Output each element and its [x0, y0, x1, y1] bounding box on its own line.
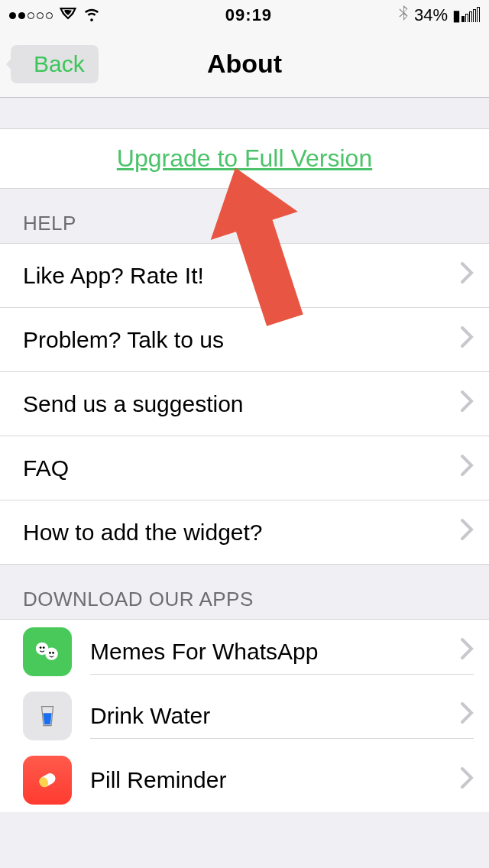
cell-label: Pill Reminder [90, 767, 452, 793]
chevron-right-icon [460, 325, 474, 355]
svg-point-4 [49, 652, 51, 654]
apps-list: Memes For WhatsApp Drink Water Pill Remi… [0, 619, 489, 812]
help-item-rate[interactable]: Like App? Rate It! [0, 244, 489, 308]
help-list: Like App? Rate It! Problem? Talk to us S… [0, 243, 489, 565]
status-time: 09:19 [225, 5, 272, 25]
help-item-problem[interactable]: Problem? Talk to us [0, 308, 489, 372]
cell-label: FAQ [23, 455, 452, 481]
chevron-right-icon [460, 766, 474, 795]
app-item-memes[interactable]: Memes For WhatsApp [0, 620, 489, 684]
cell-label: Memes For WhatsApp [90, 639, 452, 665]
svg-point-3 [43, 646, 45, 649]
cell-label: How to add the widget? [23, 520, 452, 546]
help-item-faq[interactable]: FAQ [0, 436, 489, 500]
back-button-label: Back [34, 51, 85, 76]
chevron-right-icon [460, 701, 474, 730]
svg-point-5 [52, 652, 54, 654]
nav-bar: Back About [0, 31, 489, 98]
wifi-icon [83, 5, 100, 26]
status-bar: 09:19 34% ▮ [0, 0, 489, 31]
cell-label: Like App? Rate It! [23, 263, 452, 289]
chevron-right-icon [460, 453, 474, 483]
bluetooth-icon [397, 5, 410, 26]
chevron-right-icon [460, 389, 474, 419]
status-right: 34% ▮ [397, 5, 480, 26]
signal-dots-icon [9, 12, 53, 19]
battery-percent: 34% [414, 5, 448, 25]
cell-label: Send us a suggestion [23, 391, 452, 417]
svg-point-1 [45, 648, 58, 661]
status-left [9, 2, 100, 28]
chevron-right-icon [460, 636, 474, 666]
upgrade-cell[interactable]: Upgrade to Full Version [0, 128, 489, 189]
help-item-suggestion[interactable]: Send us a suggestion [0, 372, 489, 436]
svg-point-2 [40, 646, 42, 649]
water-icon [23, 691, 72, 740]
battery-icon: ▮ [452, 6, 480, 24]
cell-label: Drink Water [90, 703, 452, 729]
memes-icon [23, 627, 72, 676]
back-button[interactable]: Back [11, 45, 99, 83]
carrier-icon [57, 2, 79, 28]
help-item-widget[interactable]: How to add the widget? [0, 500, 489, 564]
cell-label: Problem? Talk to us [23, 327, 452, 353]
app-item-water[interactable]: Drink Water [0, 684, 489, 748]
chevron-right-icon [460, 517, 474, 547]
upgrade-link[interactable]: Upgrade to Full Version [117, 144, 372, 172]
section-header-apps: DOWNLOAD OUR APPS [0, 565, 489, 619]
page-title: About [207, 49, 282, 79]
app-item-pill[interactable]: Pill Reminder [0, 748, 489, 812]
chevron-right-icon [460, 261, 474, 290]
pill-icon [23, 756, 72, 805]
section-header-help: HELP [0, 189, 489, 243]
